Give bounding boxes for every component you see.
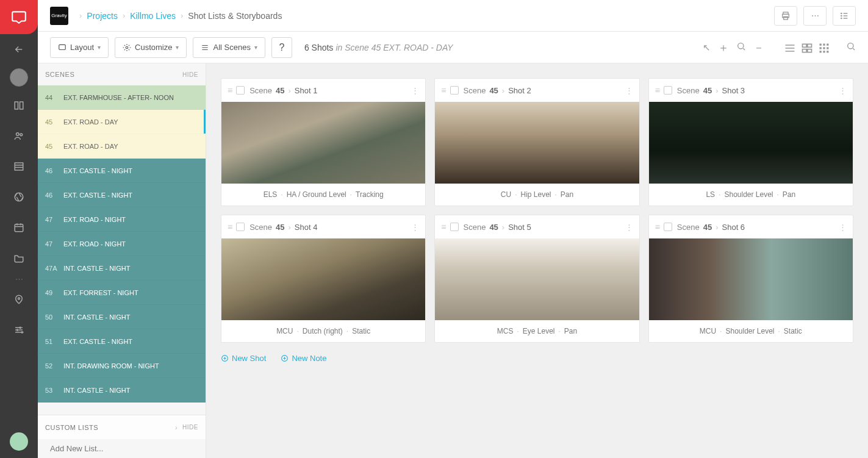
shot-image[interactable] [649, 238, 853, 320]
shot-meta-item: ELS [264, 190, 278, 199]
shot-checkbox[interactable] [664, 86, 672, 95]
shot-checkbox[interactable] [236, 86, 245, 95]
drag-handle-icon[interactable]: ≡ [228, 85, 232, 95]
card-more-icon[interactable]: ⋮ [839, 86, 847, 95]
scene-row[interactable]: 47EXT. ROAD - NIGHT [38, 232, 206, 256]
svg-rect-30 [820, 51, 822, 52]
svg-rect-20 [803, 44, 807, 47]
svg-point-15 [841, 15, 842, 16]
scene-row[interactable]: 51EXT. CASTLE - NIGHT [38, 329, 206, 354]
new-shot-button[interactable]: New Shot [221, 354, 266, 363]
shot-card[interactable]: ≡Scene45›Shot 3⋮LS·Shoulder Level·Pan [648, 78, 853, 206]
shot-meta-item: Static [352, 327, 370, 335]
shot-checkbox[interactable] [664, 223, 672, 231]
shot-label: Shot 2 [508, 86, 531, 95]
scene-row[interactable]: 49EXT. FORREST - NIGHT [38, 281, 206, 305]
zoom-out-button[interactable]: － [753, 40, 764, 55]
svg-rect-28 [823, 47, 825, 49]
shot-image[interactable] [435, 238, 639, 320]
svg-point-8 [20, 327, 21, 328]
card-more-icon[interactable]: ⋮ [839, 223, 847, 232]
scene-name: INT. CASTLE - NIGHT [63, 313, 198, 321]
scenes-hide[interactable]: HIDE [182, 71, 198, 78]
scene-row[interactable]: 47AINT. CASTLE - NIGHT [38, 256, 206, 281]
shot-card[interactable]: ≡Scene45›Shot 5⋮MCS·Eye Level·Pan [434, 215, 639, 343]
ellipsis-icon[interactable]: ⋯ [0, 273, 38, 284]
outline-button[interactable] [833, 6, 856, 26]
shot-image[interactable] [435, 102, 639, 184]
people-icon[interactable] [0, 121, 38, 151]
scene-row[interactable]: 53INT. CASTLE - NIGHT [38, 378, 206, 403]
shot-card[interactable]: ≡Scene45›Shot 6⋮MCU·Shoulder Level·Stati… [648, 215, 853, 343]
custom-lists-hide[interactable]: HIDE [182, 424, 198, 431]
project-avatar[interactable] [10, 68, 28, 87]
scene-row[interactable]: 46EXT. CASTLE - NIGHT [38, 183, 206, 207]
drag-handle-icon[interactable]: ≡ [441, 85, 446, 95]
new-note-button[interactable]: New Note [281, 354, 326, 363]
scene-row[interactable]: 50INT. CASTLE - NIGHT [38, 305, 206, 329]
shot-card[interactable]: ≡Scene45›Shot 1⋮ELS·HA / Ground Level·Tr… [221, 78, 426, 206]
aperture-icon[interactable] [0, 182, 38, 212]
scene-row[interactable]: 52INT. DRAWING ROOM - NIGHT [38, 354, 206, 378]
drag-handle-icon[interactable]: ≡ [228, 222, 232, 232]
scene-row[interactable]: 44EXT. FARMHOUSE - AFTER- NOON [38, 85, 206, 110]
scene-row[interactable]: 46EXT. CASTLE - NIGHT [38, 159, 206, 183]
scene-number: 51 [45, 338, 63, 345]
view-list-icon[interactable] [784, 42, 796, 53]
content-area: ≡Scene45›Shot 1⋮ELS·HA / Ground Level·Tr… [206, 63, 868, 458]
customize-dropdown[interactable]: Customize▾ [115, 37, 187, 58]
layout-dropdown[interactable]: Layout▾ [50, 37, 109, 58]
shot-image[interactable] [649, 102, 853, 184]
panels-icon[interactable] [0, 90, 38, 121]
help-button[interactable]: ? [271, 37, 292, 58]
project-tile[interactable]: Gravity [50, 7, 68, 25]
view-cards-icon[interactable] [801, 42, 813, 53]
more-button[interactable]: ⋯ [803, 6, 827, 26]
pin-icon[interactable] [0, 284, 38, 315]
scene-name: EXT. CASTLE - NIGHT [63, 191, 198, 199]
shot-card[interactable]: ≡Scene45›Shot 4⋮MCU·Dutch (right)·Static [221, 215, 426, 343]
search-icon[interactable] [846, 41, 856, 53]
shot-meta-item: LS [706, 190, 715, 199]
scene-row[interactable]: 47EXT. ROAD - NIGHT [38, 207, 206, 232]
back-icon[interactable] [0, 34, 38, 65]
calendar-icon[interactable] [0, 212, 38, 243]
new-shot-label: New Shot [232, 354, 266, 363]
shot-card[interactable]: ≡Scene45›Shot 2⋮CU·Hip Level·Pan [434, 78, 639, 206]
app-logo[interactable] [0, 0, 38, 34]
add-list-input[interactable] [50, 444, 152, 453]
crumb-current: Shot Lists & Storyboards [188, 11, 282, 21]
card-more-icon[interactable]: ⋮ [625, 223, 633, 232]
scenes-filter-dropdown[interactable]: All Scenes▾ [193, 37, 265, 58]
folder-icon[interactable] [0, 243, 38, 273]
crumb-projects[interactable]: Projects [87, 11, 118, 21]
shot-meta-item: MCS [497, 327, 514, 335]
card-more-icon[interactable]: ⋮ [625, 86, 633, 95]
drag-handle-icon[interactable]: ≡ [441, 222, 446, 232]
svg-point-3 [20, 134, 23, 136]
zoom-in-button[interactable]: ＋ [718, 40, 729, 55]
shot-checkbox[interactable] [450, 223, 459, 231]
user-avatar[interactable] [10, 432, 28, 451]
shot-image[interactable] [221, 102, 425, 184]
crumb-project[interactable]: Killmo Lives [130, 11, 176, 21]
print-button[interactable] [774, 6, 797, 26]
sliders-icon[interactable] [0, 315, 38, 345]
shot-checkbox[interactable] [236, 223, 245, 231]
drag-handle-icon[interactable]: ≡ [655, 85, 660, 95]
shot-image[interactable] [221, 238, 425, 320]
list-icon[interactable] [0, 151, 38, 182]
shot-meta-item: Pan [564, 327, 577, 335]
view-grid-icon[interactable] [818, 42, 830, 53]
shot-checkbox[interactable] [450, 86, 459, 95]
card-more-icon[interactable]: ⋮ [411, 223, 419, 232]
chevron-right-icon[interactable]: › [175, 424, 178, 431]
card-more-icon[interactable]: ⋮ [411, 86, 419, 95]
scene-name: EXT. FORREST - NIGHT [63, 289, 198, 296]
scene-row[interactable]: 45EXT. ROAD - DAY [38, 110, 206, 134]
svg-point-19 [738, 43, 744, 49]
scene-row[interactable]: 45EXT. ROAD - DAY [38, 134, 206, 159]
zoom-reset-button[interactable] [736, 41, 746, 53]
drag-handle-icon[interactable]: ≡ [655, 222, 660, 232]
shot-count: 6 Shots [304, 43, 333, 52]
